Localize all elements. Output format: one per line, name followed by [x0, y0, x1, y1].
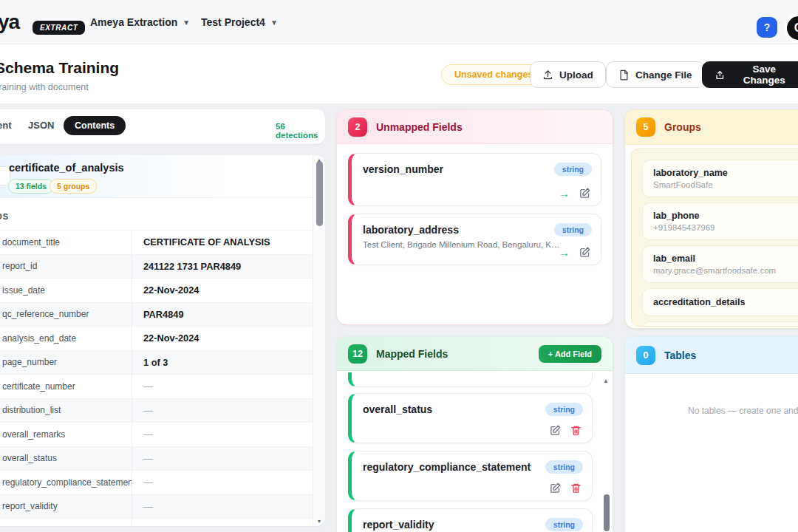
- detections-count: 56 detections: [276, 122, 325, 140]
- row-label: report_validity: [0, 501, 132, 511]
- mapped-field-card: overall_status string: [348, 393, 593, 443]
- table-row: overall_status—: [0, 446, 313, 471]
- avatar[interactable]: G: [784, 13, 798, 43]
- row-value: —: [132, 447, 313, 471]
- tab-json[interactable]: JSON: [28, 120, 54, 131]
- group-card-partial: [642, 321, 798, 327]
- tab-contents[interactable]: Contents: [64, 116, 126, 135]
- group-name: lab_email: [653, 253, 798, 264]
- row-value: —: [132, 399, 313, 423]
- change-file-button[interactable]: Change File: [606, 61, 705, 88]
- left-panel-scrollbar[interactable]: ▲ ▼: [313, 155, 325, 526]
- upload-button[interactable]: Upload: [530, 61, 606, 88]
- project-label: Test Project4: [201, 16, 265, 28]
- group-card[interactable]: laboratory_name SmartFoodSafe: [642, 160, 798, 197]
- groups-header: 5 Groups: [625, 110, 798, 145]
- page-title: Schema Training: [0, 59, 119, 77]
- unmapped-field-card: laboratory_address string Test Client, B…: [348, 214, 601, 265]
- help-button[interactable]: ?: [757, 17, 777, 38]
- groups-panel: 5 Groups laboratory_name SmartFoodSafe l…: [624, 109, 798, 329]
- table-row: issue_date22-Nov-2024: [0, 278, 313, 302]
- edit-icon[interactable]: [550, 482, 561, 494]
- add-field-button[interactable]: + Add Field: [539, 345, 601, 363]
- row-value: CERTIFICATE OF ANALYSIS: [132, 231, 313, 254]
- change-file-label: Change File: [635, 69, 692, 81]
- mapped-field-card: report_validity string: [348, 508, 593, 532]
- file-icon: [618, 69, 630, 81]
- row-label: overall_status: [0, 453, 132, 463]
- edit-icon[interactable]: [579, 188, 590, 199]
- delete-icon[interactable]: [570, 482, 582, 494]
- row-value: 1 of 3: [132, 351, 313, 375]
- row-value: —: [132, 495, 313, 519]
- group-card[interactable]: lab_email mary.grace@smartfoodsafe.com: [642, 245, 798, 283]
- tables-header: 0 Tables: [625, 337, 798, 374]
- page-subtitle: Training with document: [0, 82, 89, 92]
- row-label: certificate_number: [0, 381, 132, 392]
- unmapped-field-card: version_number string →: [348, 153, 601, 206]
- row-label: issue_date: [0, 285, 132, 296]
- tables-panel: 0 Tables No tables — create one and c: [624, 336, 798, 532]
- mapped-count-badge: 12: [348, 344, 367, 364]
- scroll-down-icon[interactable]: ▼: [313, 519, 325, 524]
- unmapped-header: 2 Unmapped Fields: [337, 110, 613, 144]
- groups-container: laboratory_name SmartFoodSafe lab_phone …: [631, 149, 798, 327]
- product-badge: EXTRACT: [33, 21, 85, 35]
- row-label: overall_remarks: [0, 429, 132, 440]
- row-value: 22-Nov-2024: [132, 327, 313, 350]
- group-card[interactable]: lab_phone +919845437969: [642, 202, 798, 240]
- row-value: 241122 1731 PAR4849: [132, 255, 313, 279]
- row-label: regulatory_compliance_statement: [0, 477, 132, 488]
- tables-empty-text: No tables — create one and c: [688, 406, 798, 416]
- project-dropdown[interactable]: Test Project4 ▼: [201, 16, 278, 28]
- save-icon: [715, 69, 726, 81]
- tab-document[interactable]: Document: [0, 120, 12, 131]
- table-row: report_validity—: [0, 494, 313, 519]
- groups-count-badge: 5: [636, 117, 655, 137]
- scroll-up-icon[interactable]: ▲: [603, 378, 609, 384]
- table-row: page_number1 of 3: [0, 350, 313, 375]
- row-value: PAR4849: [132, 303, 313, 327]
- save-changes-label: Save Changes: [732, 64, 797, 86]
- scrollbar-thumb[interactable]: [316, 161, 323, 226]
- workspace-dropdown[interactable]: Ameya Extraction ▼: [90, 16, 190, 28]
- row-value: —: [132, 471, 313, 494]
- unmapped-body: version_number string → laboratory_addre…: [337, 144, 613, 265]
- save-changes-button[interactable]: Save Changes: [702, 61, 798, 88]
- field-type-badge: string: [545, 460, 583, 474]
- edit-icon[interactable]: [579, 247, 590, 258]
- group-name: lab_phone: [653, 211, 798, 221]
- row-label: qc_reference_number: [0, 309, 132, 319]
- table-row: certificate_number—: [0, 374, 313, 398]
- fields-section-label: FIELDS: [0, 212, 9, 221]
- field-type-badge: string: [554, 223, 592, 236]
- row-value: [132, 519, 313, 526]
- brand-logo: ya: [0, 10, 19, 34]
- map-field-icon[interactable]: →: [559, 247, 570, 258]
- unmapped-fields-panel: 2 Unmapped Fields version_number string …: [336, 109, 613, 325]
- groups-title: Groups: [664, 121, 701, 133]
- avatar-initial: G: [787, 16, 798, 40]
- scrollbar-thumb[interactable]: [604, 494, 610, 531]
- map-field-icon[interactable]: →: [559, 188, 570, 199]
- edit-icon[interactable]: [550, 425, 561, 436]
- row-label: page_number: [0, 357, 132, 367]
- groups-count-badge: 5 groups: [50, 179, 97, 194]
- group-card[interactable]: accreditation_details: [642, 288, 798, 316]
- mapped-field-card: regulatory_compliance_statement string: [348, 451, 593, 501]
- table-row: qc_reference_numberPAR4849: [0, 302, 313, 327]
- row-label: analysis_end_date: [0, 333, 132, 344]
- chevron-down-icon: ▼: [183, 18, 190, 27]
- delete-icon[interactable]: [570, 425, 582, 436]
- top-navbar: ya EXTRACT Ameya Extraction ▼ Test Proje…: [0, 0, 798, 44]
- group-value: +919845437969: [653, 223, 798, 232]
- table-row: regulatory_compliance_statement—: [0, 470, 313, 494]
- field-type-badge: string: [545, 518, 583, 531]
- row-value: —: [132, 423, 313, 446]
- workspace-label: Ameya Extraction: [90, 16, 177, 28]
- app-window: ya EXTRACT Ameya Extraction ▼ Test Proje…: [0, 0, 798, 532]
- document-tabs-card: Document JSON Contents 56 detections: [0, 109, 325, 144]
- table-row: analysis_end_date22-Nov-2024: [0, 326, 313, 350]
- table-row: distribution_list—: [0, 398, 313, 423]
- row-value: 22-Nov-2024: [132, 279, 313, 302]
